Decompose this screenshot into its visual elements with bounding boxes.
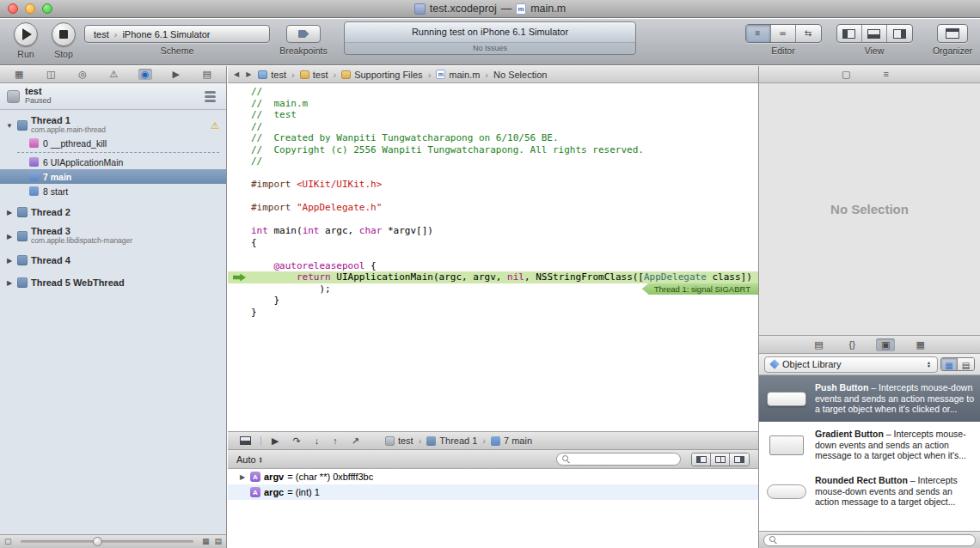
code-line[interactable]: // test (228, 109, 758, 121)
variables-only-button[interactable] (692, 454, 711, 466)
code-line[interactable] (228, 191, 758, 203)
jumpbar-item[interactable]: Supporting Files (341, 70, 423, 80)
source-editor[interactable]: //// main.m// test//// Created by Wanpit… (228, 83, 758, 431)
object-library-popup[interactable]: Object Library ▲▼ (764, 356, 938, 373)
assistant-editor-button[interactable]: ∞ (771, 25, 796, 42)
debug-breadcrumb-item[interactable]: Thread 1 (426, 435, 477, 446)
step-out-button[interactable]: ↑ (326, 436, 345, 446)
quick-help-icon[interactable]: ≡ (883, 70, 888, 79)
disclosure-triangle-icon[interactable]: ▶ (5, 257, 14, 265)
split-view-button[interactable] (711, 454, 730, 466)
file-inspector-icon[interactable]: ▢ (842, 70, 850, 79)
scheme-destination[interactable]: iPhone 6.1 Simulator (122, 29, 210, 40)
library-item[interactable]: Push Button – Intercepts mouse-down even… (759, 375, 980, 422)
library-grid-view-button[interactable]: ▦ (941, 358, 958, 371)
code-line[interactable]: // main.m (228, 98, 758, 110)
jumpbar-item[interactable]: test (300, 70, 328, 80)
variables-filter-input[interactable] (573, 454, 675, 464)
stack-frame-row[interactable]: 8 start (0, 184, 226, 198)
stack-frame-row[interactable]: 0 __pthread_kill (0, 136, 226, 150)
forward-button[interactable]: ▶ (246, 70, 251, 78)
thread-row[interactable]: ▶ Thread 5 WebThread (0, 274, 226, 291)
call-stack-depth-icon[interactable] (205, 89, 216, 104)
thread-row[interactable]: ▶ Thread 4 (0, 252, 226, 269)
code-line[interactable] (228, 248, 758, 260)
stack-frame-slider[interactable] (21, 540, 193, 543)
stop-button[interactable]: Stop (48, 22, 79, 59)
debug-breadcrumb-item[interactable]: 7 main (491, 435, 532, 446)
code-line[interactable]: );Thread 1: signal SIGABRT (228, 283, 758, 295)
toggle-debug-area-button[interactable] (862, 25, 887, 42)
code-line[interactable] (228, 214, 758, 226)
code-line[interactable]: { (228, 237, 758, 249)
disclosure-triangle-icon[interactable]: ▶ (5, 279, 14, 287)
disclosure-triangle-icon[interactable]: ▼ (5, 122, 14, 130)
grid-toggle-icon[interactable]: ▦ (202, 538, 210, 545)
code-line[interactable]: // (228, 86, 758, 98)
slider-knob[interactable] (93, 537, 102, 546)
thread-row[interactable]: ▶ Thread 2 (0, 204, 226, 221)
variable-row[interactable]: ▶ A argv= (char **) 0xbffff3bc (228, 469, 758, 484)
toggle-utilities-button[interactable] (887, 25, 912, 42)
debug-breadcrumb-item[interactable]: test (385, 435, 413, 446)
code-line[interactable]: // Copyright (c) 2556 Wanpiti Tungwatcha… (228, 144, 758, 156)
hide-debug-area-button[interactable] (233, 436, 261, 445)
scheme-target[interactable]: test (94, 29, 109, 40)
issue-navigator-icon[interactable]: ⚠ (107, 69, 121, 80)
code-line[interactable]: // (228, 155, 758, 167)
media-library-icon[interactable]: ▦ (910, 338, 929, 351)
code-line[interactable]: } (228, 307, 758, 319)
code-line[interactable] (228, 167, 758, 180)
step-into-button[interactable]: ↓ (308, 436, 327, 446)
library-item[interactable]: Gradient Button – Intercepts mouse-down … (759, 422, 980, 468)
symbol-navigator-icon[interactable]: ◫ (44, 69, 58, 80)
search-navigator-icon[interactable]: ◎ (76, 69, 89, 80)
code-line[interactable]: } (228, 295, 758, 307)
debug-navigator-icon[interactable]: ◉ (138, 69, 152, 80)
code-line[interactable]: // Created by Wanpiti Tungwatcharapong o… (228, 132, 758, 144)
jumpbar-item[interactable]: test (258, 70, 286, 80)
library-search-input[interactable] (781, 535, 970, 545)
stop-icon[interactable] (52, 22, 76, 46)
code-line[interactable]: return UIApplicationMain(argc, argv, nil… (228, 271, 758, 283)
debug-location-button[interactable]: ↗ (345, 436, 366, 446)
stack-frame-row[interactable]: 7 main (0, 169, 226, 184)
console-only-button[interactable] (730, 454, 749, 466)
log-navigator-icon[interactable]: ▤ (200, 69, 214, 80)
back-button[interactable]: ◀ (234, 70, 239, 78)
library-item[interactable]: Rounded Rect Button – Intercepts mouse-d… (759, 468, 980, 515)
run-icon[interactable] (14, 22, 38, 46)
close-window-button[interactable] (8, 3, 18, 14)
library-item[interactable]: Rounded Textured B (759, 515, 980, 531)
scheme-selector[interactable]: test › iPhone 6.1 Simulator Scheme (84, 25, 270, 56)
project-navigator-icon[interactable]: ▦ (12, 69, 26, 80)
code-line[interactable]: @autoreleasepool { (228, 260, 758, 272)
disclosure-triangle-icon[interactable]: ▶ (238, 473, 247, 481)
toggle-navigator-button[interactable] (837, 25, 862, 42)
variables-scope-popup[interactable]: Auto ▲▼ (236, 454, 263, 465)
code-line[interactable]: int main(int argc, char *argv[]) (228, 225, 758, 237)
code-area[interactable]: //// main.m// test//// Created by Wanpit… (228, 83, 758, 318)
zoom-window-button[interactable] (42, 3, 52, 14)
variables-filter-field[interactable] (556, 453, 681, 466)
continue-button[interactable]: ▶ (265, 436, 285, 446)
jumpbar-item[interactable]: No Selection (493, 70, 547, 80)
library-list-view-button[interactable]: ▤ (958, 358, 974, 371)
code-line[interactable]: #import <UIKit/UIKit.h> (228, 179, 758, 191)
version-editor-button[interactable]: ⇆ (796, 25, 821, 42)
jumpbar-item[interactable]: m main.m (436, 70, 480, 80)
list-toggle-icon[interactable]: ▤ (214, 538, 222, 545)
breakpoint-navigator-icon[interactable]: ▶ (169, 69, 181, 80)
stack-frame-row[interactable]: 6 UIApplicationMain (0, 155, 226, 169)
standard-editor-button[interactable]: ≡ (746, 25, 771, 42)
breakpoints-button[interactable]: Breakpoints (277, 25, 330, 56)
code-line[interactable]: // (228, 121, 758, 133)
code-line[interactable]: #import "AppDelegate.h" (228, 202, 758, 214)
variable-row[interactable]: A argc= (int) 1 (228, 484, 758, 500)
run-button[interactable]: Run (10, 22, 41, 59)
minimize-window-button[interactable] (25, 3, 35, 14)
disclosure-triangle-icon[interactable]: ▶ (5, 209, 14, 216)
library-search-field[interactable] (763, 534, 976, 546)
object-library-icon[interactable]: ▣ (876, 338, 895, 351)
organizer-button[interactable]: Organizer (930, 24, 975, 56)
